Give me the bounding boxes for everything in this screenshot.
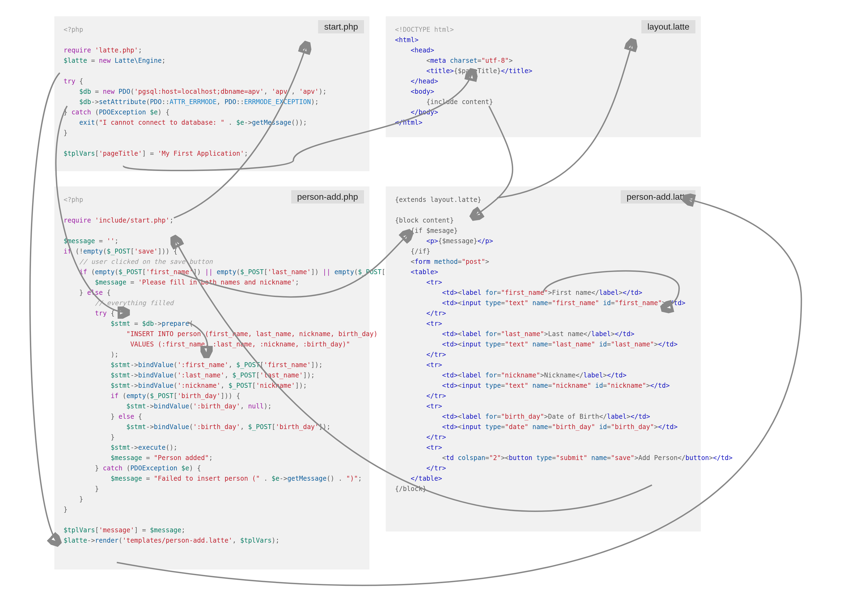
- file-tab-start: start.php: [318, 20, 364, 34]
- diagram-stage: start.php <?php require 'latte.php'; $la…: [0, 0, 844, 616]
- file-tab-person-add-latte: person-add.latte: [621, 190, 695, 204]
- code-person-add-php: <?php require 'include/start.php'; $mess…: [64, 195, 360, 546]
- panel-start: start.php <?php require 'latte.php'; $la…: [54, 16, 369, 171]
- panel-person-add-latte: person-add.latte {extends layout.latte} …: [386, 186, 701, 531]
- file-tab-layout: layout.latte: [641, 20, 695, 34]
- code-start: <?php require 'latte.php'; $latte = new …: [64, 25, 360, 159]
- panel-person-add-php: person-add.php <?php require 'include/st…: [54, 186, 369, 569]
- panel-layout: layout.latte <!DOCTYPE html> <html> <hea…: [386, 16, 701, 137]
- file-tab-person-add-php: person-add.php: [291, 190, 364, 204]
- code-layout: <!DOCTYPE html> <html> <head> <meta char…: [395, 25, 692, 128]
- code-person-add-latte: {extends layout.latte} {block content} {…: [395, 195, 692, 494]
